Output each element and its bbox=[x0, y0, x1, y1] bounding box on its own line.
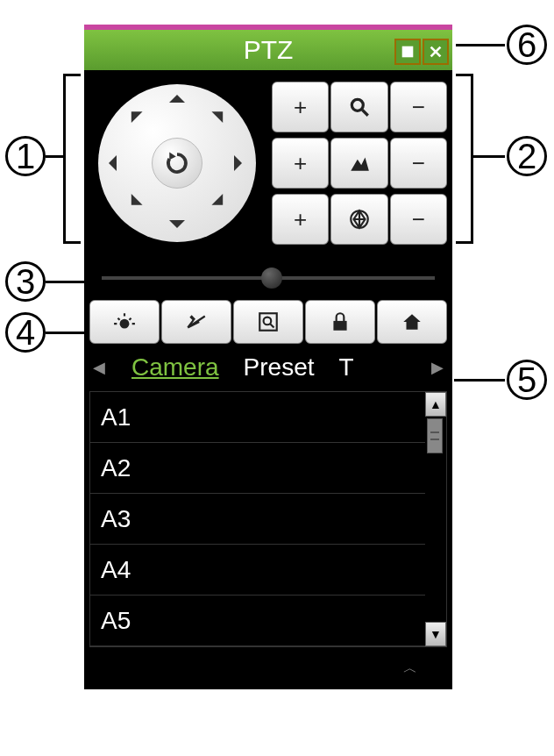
iris-icon bbox=[330, 194, 387, 245]
chevron-up-icon: ︿ bbox=[403, 660, 417, 678]
svg-point-5 bbox=[264, 317, 272, 325]
focus-minus-button[interactable]: − bbox=[390, 138, 447, 189]
scrollbar[interactable]: ▲ ▼ bbox=[425, 392, 446, 646]
tab-bar: ◀ Camera Preset T ▶ bbox=[84, 344, 452, 391]
callout-5: 5 bbox=[507, 360, 547, 400]
svg-point-3 bbox=[120, 319, 130, 329]
dpad-down[interactable] bbox=[169, 220, 185, 228]
tab-scroll-left[interactable]: ◀ bbox=[91, 358, 107, 377]
scroll-thumb[interactable] bbox=[427, 418, 443, 453]
slider-handle[interactable] bbox=[261, 267, 282, 289]
lock-button[interactable] bbox=[305, 300, 375, 344]
direction-pad bbox=[89, 75, 265, 251]
list-item[interactable]: A3 bbox=[90, 494, 425, 545]
callout-3: 3 bbox=[5, 261, 46, 302]
tab-camera[interactable]: Camera bbox=[131, 353, 219, 382]
footer-expand[interactable]: ︿ bbox=[84, 647, 452, 689]
iris-plus-button[interactable]: + bbox=[272, 194, 329, 245]
list-item[interactable]: A4 bbox=[90, 545, 425, 596]
panel-title: PTZ bbox=[244, 35, 294, 65]
focus-plus-button[interactable]: + bbox=[272, 138, 329, 189]
dpad-left[interactable] bbox=[109, 155, 117, 171]
adjustment-grid: + − + − + − bbox=[272, 75, 447, 251]
light-button[interactable] bbox=[89, 300, 160, 344]
tab-third[interactable]: T bbox=[339, 353, 360, 382]
dpad-auto-scan[interactable] bbox=[152, 138, 202, 189]
dpad-up[interactable] bbox=[169, 95, 185, 103]
scroll-up-button[interactable]: ▲ bbox=[425, 392, 446, 417]
camera-list: A1 A2 A3 A4 A5 bbox=[90, 392, 425, 646]
zoom-plus-button[interactable]: + bbox=[272, 82, 329, 132]
iris-minus-button[interactable]: − bbox=[390, 194, 447, 245]
scroll-track[interactable] bbox=[425, 417, 446, 622]
svg-rect-6 bbox=[333, 321, 346, 331]
toolbar bbox=[84, 300, 452, 344]
ptz-panel: PTZ + bbox=[84, 25, 452, 689]
tab-scroll-right[interactable]: ▶ bbox=[430, 358, 445, 377]
zoom-3d-button[interactable] bbox=[233, 300, 303, 344]
speed-slider[interactable] bbox=[84, 256, 452, 300]
focus-icon bbox=[330, 138, 387, 189]
svg-rect-4 bbox=[259, 313, 277, 331]
close-button[interactable] bbox=[423, 39, 449, 65]
home-button[interactable] bbox=[377, 300, 447, 344]
minimize-button[interactable] bbox=[394, 39, 421, 65]
list-item[interactable]: A5 bbox=[90, 596, 425, 646]
panel-header: PTZ bbox=[84, 25, 452, 70]
scroll-down-button[interactable]: ▼ bbox=[425, 622, 446, 646]
wiper-button[interactable] bbox=[161, 300, 231, 344]
callout-6: 6 bbox=[507, 25, 547, 65]
list-item[interactable]: A1 bbox=[90, 392, 425, 443]
tab-preset[interactable]: Preset bbox=[244, 353, 315, 382]
svg-point-1 bbox=[352, 99, 363, 111]
list-item[interactable]: A2 bbox=[90, 443, 425, 494]
callout-1: 1 bbox=[5, 136, 46, 176]
zoom-icon bbox=[330, 82, 387, 132]
zoom-minus-button[interactable]: − bbox=[390, 82, 447, 132]
callout-2: 2 bbox=[507, 136, 547, 176]
svg-rect-0 bbox=[402, 46, 414, 58]
dpad-right[interactable] bbox=[234, 155, 242, 171]
callout-4: 4 bbox=[5, 312, 46, 353]
